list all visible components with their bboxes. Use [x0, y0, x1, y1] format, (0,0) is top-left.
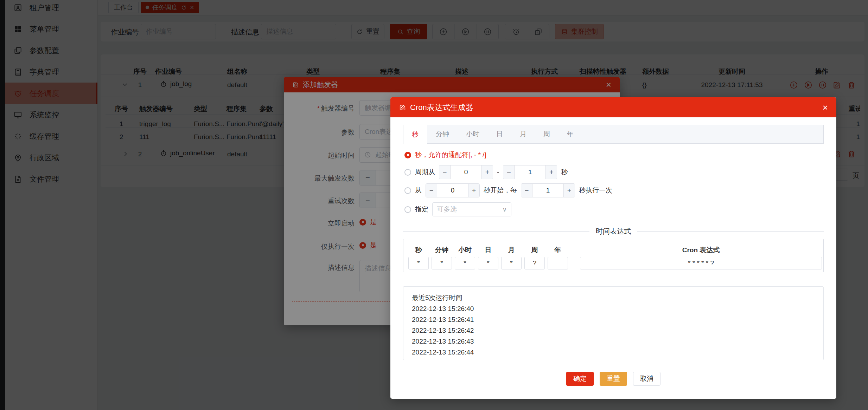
step-from-value[interactable]: 0 — [437, 184, 468, 197]
cron-expression-value[interactable]: * * * * * ? — [580, 257, 822, 269]
cron-header: Cron 表达式 — [580, 246, 822, 255]
expr-header: 日 — [478, 246, 498, 255]
appoint-placeholder: 可多选 — [437, 205, 457, 214]
tab-seconds[interactable]: 秒 — [403, 125, 427, 144]
cycle-from-value[interactable]: 0 — [451, 165, 481, 179]
step-prefix: 从 — [415, 186, 422, 195]
cron-generator-dialog: Cron表达式生成器 × 秒 分钟 小时 日 月 周 年 秒，允许的通配符[, … — [390, 97, 836, 399]
expr-value-month[interactable]: * — [501, 257, 522, 269]
cycle-to-stepper: − 1 + — [503, 165, 557, 179]
expr-value-sec[interactable]: * — [408, 257, 429, 269]
expr-header: 年 — [548, 246, 568, 255]
appoint-select[interactable]: 可多选 ∨ — [432, 202, 511, 216]
plus-icon[interactable]: + — [468, 184, 479, 197]
expr-header: 小时 — [455, 246, 475, 255]
appoint-label: 指定 — [415, 205, 428, 214]
expr-value-min[interactable]: * — [432, 257, 452, 269]
edit-title-icon — [399, 104, 407, 111]
cycle-prefix: 周期从 — [415, 168, 435, 177]
step-every-stepper: − 1 + — [521, 183, 575, 197]
step-from-stepper: − 0 + — [426, 183, 480, 197]
expr-header: 分钟 — [432, 246, 452, 255]
minus-icon[interactable]: − — [503, 165, 515, 179]
cron-tabs: 秒 分钟 小时 日 月 周 年 — [403, 125, 824, 144]
recent-run-time: 2022-12-13 15:26:44 — [412, 347, 815, 358]
step-mid: 秒开始，每 — [484, 186, 517, 195]
minus-icon[interactable]: − — [426, 184, 437, 197]
cycle-suffix: 秒 — [561, 168, 568, 177]
expr-value-hour[interactable]: * — [455, 257, 475, 269]
minus-icon[interactable]: − — [521, 184, 532, 197]
cancel-button[interactable]: 取消 — [633, 372, 660, 386]
expression-divider: 时间表达式 — [403, 228, 824, 235]
tab-week[interactable]: 周 — [535, 125, 559, 143]
radio-appoint[interactable] — [404, 206, 411, 213]
tab-minutes[interactable]: 分钟 — [427, 125, 458, 143]
cycle-to-value[interactable]: 1 — [515, 165, 545, 179]
expr-value-year[interactable] — [548, 257, 568, 269]
expression-title: 时间表达式 — [589, 227, 637, 236]
cycle-from-stepper: − 0 + — [439, 165, 493, 179]
recent-runs-box: 最近5次运行时间 2022-12-13 15:26:40 2022-12-13 … — [403, 286, 824, 360]
cycle-radio-row: 周期从 − 0 + - − 1 + 秒 — [404, 165, 568, 179]
plus-icon[interactable]: + — [545, 165, 557, 179]
plus-icon[interactable]: + — [481, 165, 493, 179]
confirm-button[interactable]: 确定 — [566, 372, 594, 386]
expr-value-week[interactable]: ? — [524, 257, 545, 269]
recent-run-time: 2022-12-13 15:26:42 — [412, 325, 815, 336]
appoint-radio-row: 指定 可多选 ∨ — [404, 202, 511, 216]
cron-dialog-header: Cron表达式生成器 × — [390, 97, 836, 117]
chevron-down-icon: ∨ — [503, 206, 507, 213]
recent-run-time: 2022-12-13 15:26:43 — [412, 336, 815, 347]
close-dialog-icon[interactable]: × — [823, 103, 828, 112]
step-radio-row: 从 − 0 + 秒开始，每 − 1 + 秒执行一次 — [404, 183, 612, 197]
tab-day[interactable]: 日 — [488, 125, 511, 143]
expr-header: 月 — [501, 246, 522, 255]
tab-month[interactable]: 月 — [511, 125, 535, 143]
recent-run-time: 2022-12-13 15:26:41 — [412, 314, 815, 325]
wildcard-radio-row: 秒，允许的通配符[, - * /] — [404, 149, 486, 161]
recent-run-time: 2022-12-13 15:26:40 — [412, 303, 815, 314]
tab-year[interactable]: 年 — [559, 125, 582, 143]
radio-step[interactable] — [404, 187, 411, 194]
wildcard-label: 秒，允许的通配符[, - * /] — [415, 150, 486, 160]
expr-header: 秒 — [408, 246, 429, 255]
step-suffix: 秒执行一次 — [579, 186, 612, 195]
step-every-value[interactable]: 1 — [532, 184, 563, 197]
recent-runs-title: 最近5次运行时间 — [412, 292, 815, 303]
radio-wildcard[interactable] — [404, 152, 411, 158]
dash: - — [497, 168, 499, 176]
reset-button[interactable]: 重置 — [600, 372, 627, 386]
minus-icon[interactable]: − — [439, 165, 451, 179]
radio-cycle[interactable] — [404, 169, 411, 176]
cron-dialog-footer: 确定 重置 取消 — [390, 372, 836, 386]
plus-icon[interactable]: + — [563, 184, 575, 197]
dialog-title: Cron表达式生成器 — [410, 102, 473, 113]
expr-header: 周 — [524, 246, 545, 255]
expr-value-day[interactable]: * — [478, 257, 498, 269]
expression-box: 秒 分钟 小时 日 月 周 年 Cron 表达式 * * * * * ? * *… — [403, 239, 824, 272]
screen: 租户管理 菜单管理 参数配置 字典管理 任务调度 系统监控 — [0, 0, 868, 410]
tab-hours[interactable]: 小时 — [458, 125, 488, 143]
